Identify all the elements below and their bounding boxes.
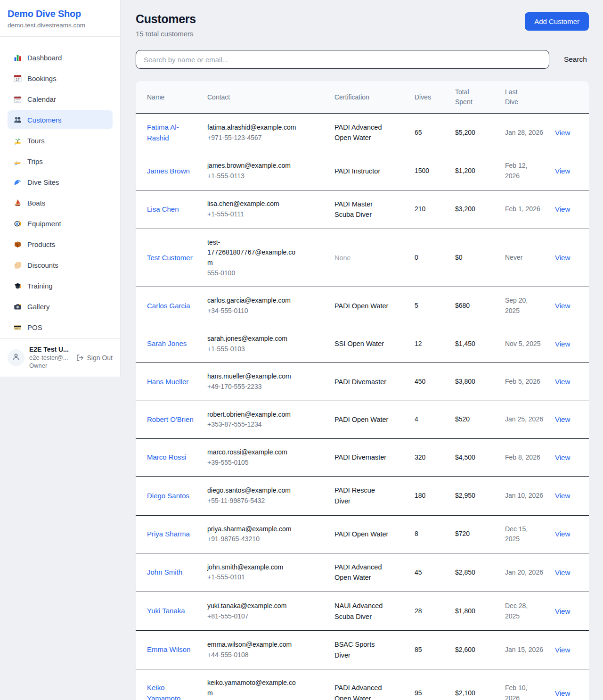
svg-text:17: 17: [16, 78, 19, 81]
customer-certification: NAUI Advanced Scuba Diver: [334, 601, 390, 622]
view-customer-link[interactable]: View: [555, 568, 570, 576]
sidebar-item-trips[interactable]: Trips: [8, 152, 113, 171]
view-customer-link[interactable]: View: [555, 607, 570, 615]
customer-last-dive: Jan 20, 2026: [499, 553, 549, 592]
table-row: Sarah Jones sarah.jones@example.com +1-5…: [136, 325, 589, 362]
user-section: E2E Test U... e2e-tester@... Owner Sign …: [0, 338, 120, 377]
camera-icon: [13, 302, 22, 311]
customer-total-spent: $3,800: [449, 363, 499, 401]
customer-email: emma.wilson@example.com: [207, 640, 300, 650]
sailboat-icon: [13, 198, 22, 207]
customer-name-link[interactable]: Diego Santos: [147, 491, 189, 502]
customer-last-dive: Never: [499, 229, 549, 287]
customer-name-link[interactable]: Emma Wilson: [147, 644, 191, 655]
sidebar-item-products[interactable]: Products: [8, 235, 113, 254]
sidebar-item-discounts[interactable]: Discounts: [8, 255, 113, 274]
table-row: Priya Sharma priya.sharma@example.com +9…: [136, 515, 589, 553]
island-icon: [13, 136, 22, 145]
view-customer-link[interactable]: View: [555, 302, 570, 310]
customer-name-link[interactable]: Keiko Yamamoto: [147, 683, 194, 700]
view-customer-link[interactable]: View: [555, 530, 570, 538]
sidebar-item-tours[interactable]: Tours: [8, 131, 113, 150]
customer-phone: +49-170-555-2233: [207, 382, 300, 392]
sidebar-item-dashboard[interactable]: Dashboard: [8, 48, 113, 67]
view-customer-link[interactable]: View: [555, 453, 570, 461]
customer-phone: +91-98765-43210: [207, 534, 300, 544]
customer-total-spent: $0: [449, 229, 499, 287]
user-email: e2e-tester@...: [29, 354, 72, 362]
customer-name-link[interactable]: Yuki Tanaka: [147, 606, 185, 617]
customer-name-link[interactable]: Carlos Garcia: [147, 301, 190, 312]
view-customer-link[interactable]: View: [555, 378, 570, 386]
customer-total-spent: $1,200: [449, 152, 499, 190]
customer-phone: +1-555-0111: [207, 209, 300, 220]
column-header-certification: Certification: [329, 81, 409, 114]
customer-certification: PADI Open Water: [334, 301, 388, 311]
sidebar-item-gallery[interactable]: Gallery: [8, 297, 113, 316]
customer-email: lisa.chen@example.com: [207, 199, 300, 209]
customer-phone: +44-555-0108: [207, 650, 300, 660]
view-customer-link[interactable]: View: [555, 129, 570, 137]
customer-name-link[interactable]: Test Customer: [147, 253, 193, 264]
customer-name-link[interactable]: Marco Rossi: [147, 452, 186, 463]
customer-dives: 28: [409, 592, 449, 631]
customer-email: test-1772681807767@example.com: [207, 238, 300, 268]
sidebar-item-pos[interactable]: POS: [8, 318, 113, 337]
view-customer-link[interactable]: View: [555, 167, 570, 175]
page-header: Customers 15 total customers Add Custome…: [136, 12, 589, 38]
sidebar-item-equipment[interactable]: Equipment: [8, 214, 113, 233]
customer-certification: PADI Divemaster: [334, 452, 386, 462]
customer-name-link[interactable]: Priya Sharma: [147, 529, 190, 540]
customer-certification: PADI Master Scuba Diver: [334, 199, 390, 220]
sidebar-item-dive-sites[interactable]: Dive Sites: [8, 173, 113, 191]
sign-out-button[interactable]: Sign Out: [76, 354, 113, 362]
table-row: Yuki Tanaka yuki.tanaka@example.com +81-…: [136, 592, 589, 631]
sidebar-item-boats[interactable]: Boats: [8, 193, 113, 212]
customer-last-dive: Sep 20, 2025: [499, 287, 549, 325]
customer-certification: PADI Open Water: [334, 414, 388, 425]
search-input[interactable]: [136, 50, 549, 69]
table-row: Marco Rossi marco.rossi@example.com +39-…: [136, 438, 589, 476]
customer-dives: 1500: [409, 152, 449, 190]
column-header-total-spent: Total Spent: [449, 81, 499, 114]
customer-total-spent: $4,500: [449, 438, 499, 476]
customer-last-dive: Dec 15, 2025: [499, 515, 549, 553]
customer-name-link[interactable]: Fatima Al-Rashid: [147, 122, 194, 143]
customer-email: carlos.garcia@example.com: [207, 296, 300, 306]
view-customer-link[interactable]: View: [555, 492, 570, 500]
customer-total-spent: $3,200: [449, 190, 499, 229]
customer-certification: PADI Advanced Open Water: [334, 562, 390, 583]
customer-phone: +81-555-0107: [207, 611, 300, 622]
customer-last-dive: Jan 25, 2026: [499, 401, 549, 438]
customer-name-link[interactable]: John Smith: [147, 567, 182, 578]
view-customer-link[interactable]: View: [555, 340, 570, 348]
package-icon: [13, 240, 22, 248]
customer-name-link[interactable]: Sarah Jones: [147, 338, 187, 349]
sidebar-item-bookings[interactable]: 17 Bookings: [8, 69, 113, 88]
search-button[interactable]: Search: [562, 55, 589, 64]
view-customer-link[interactable]: View: [555, 205, 570, 213]
customer-total-spent: $2,950: [449, 477, 499, 515]
shop-name[interactable]: Demo Dive Shop: [8, 8, 113, 19]
customer-dives: 5: [409, 287, 449, 325]
customer-phone: +1-555-0113: [207, 171, 300, 181]
add-customer-button[interactable]: Add Customer: [525, 12, 589, 31]
customer-name-link[interactable]: Robert O'Brien: [147, 414, 194, 425]
column-header-actions: [549, 81, 589, 114]
customer-email: sarah.jones@example.com: [207, 334, 300, 344]
view-customer-link[interactable]: View: [555, 254, 570, 262]
customer-name-link[interactable]: Lisa Chen: [147, 204, 179, 215]
customer-name-link[interactable]: James Brown: [147, 166, 190, 177]
sidebar-item-customers[interactable]: Customers: [8, 110, 113, 129]
view-customer-link[interactable]: View: [555, 646, 570, 654]
sidebar-item-calendar[interactable]: Calendar: [8, 90, 113, 108]
sidebar-item-training[interactable]: Training: [8, 276, 113, 295]
view-customer-link[interactable]: View: [555, 689, 570, 697]
customer-certification: BSAC Sports Diver: [334, 639, 390, 660]
customer-total-spent: $5,200: [449, 114, 499, 152]
customer-email: john.smith@example.com: [207, 562, 300, 573]
view-customer-link[interactable]: View: [555, 415, 570, 423]
customer-last-dive: Jan 28, 2026: [499, 114, 549, 152]
customer-name-link[interactable]: Hans Mueller: [147, 377, 188, 387]
customers-table: Name Contact Certification Dives Total S…: [136, 81, 589, 700]
